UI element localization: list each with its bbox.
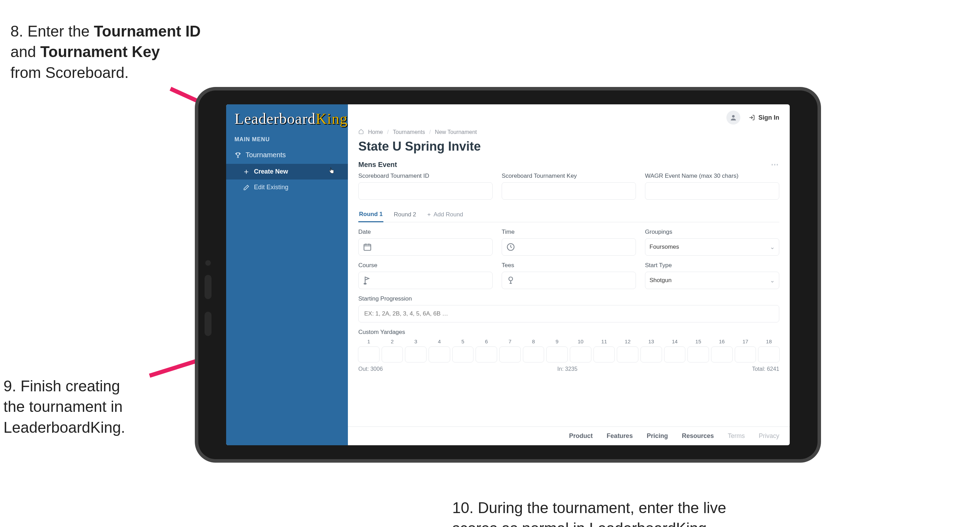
clock-icon (506, 242, 515, 252)
hole-number: 14 (672, 339, 678, 344)
hole-input[interactable] (523, 347, 544, 363)
hole-number: 8 (532, 339, 535, 344)
svg-point-2 (732, 115, 734, 118)
hole-column: 6 (476, 339, 497, 363)
hole-input[interactable] (617, 347, 638, 363)
holes-grid: 123456789101112131415161718 (358, 339, 779, 363)
select-groupings[interactable]: Foursomes ⌄ (645, 238, 779, 256)
sign-in-label: Sign In (758, 114, 779, 121)
text: scores as normal in LeaderboardKing. (452, 520, 711, 527)
annotation-step-8: 8. Enter the Tournament ID and Tournamen… (10, 21, 201, 83)
sidebar-item-create-new[interactable]: Create New (226, 164, 348, 180)
footer-resources[interactable]: Resources (682, 432, 714, 440)
input-time[interactable] (502, 238, 636, 256)
label-wagr: WAGR Event Name (max 30 chars) (645, 172, 779, 180)
hole-input[interactable] (687, 347, 709, 363)
breadcrumb-home[interactable]: Home (368, 129, 383, 135)
svg-point-6 (509, 277, 513, 281)
tablet-frame: LeaderboardKing MAIN MENU Tournaments (195, 87, 821, 463)
sidebar-item-label: Edit Existing (254, 184, 288, 191)
footer-pricing[interactable]: Pricing (647, 432, 668, 440)
hole-number: 6 (485, 339, 488, 344)
footer-privacy[interactable]: Privacy (759, 432, 779, 440)
tablet-camera (205, 260, 211, 266)
select-value: Shotgun (649, 277, 671, 284)
input-sb-id[interactable] (358, 182, 493, 200)
hole-input[interactable] (476, 347, 497, 363)
yardage-out: Out: 3006 (358, 366, 383, 372)
section-header: Mens Event ⋯ (358, 159, 779, 172)
hole-number: 3 (414, 339, 417, 344)
tab-add-round[interactable]: + Add Round (426, 208, 464, 221)
input-sb-key[interactable] (502, 182, 636, 200)
label-custom-yardages: Custom Yardages (358, 329, 779, 336)
annotation-step-9: 9. Finish creating the tournament in Lea… (3, 376, 125, 438)
breadcrumb-sep: / (387, 129, 388, 135)
hole-input[interactable] (640, 347, 662, 363)
input-course[interactable] (358, 272, 493, 289)
yardage-in: In: 3235 (557, 366, 578, 372)
label-start-type: Start Type (645, 262, 779, 269)
hole-input[interactable] (593, 347, 615, 363)
footer-terms[interactable]: Terms (728, 432, 745, 440)
footer-product[interactable]: Product (569, 432, 593, 440)
tab-round-2[interactable]: Round 2 (393, 208, 417, 221)
text: the tournament in (3, 398, 123, 415)
hole-column: 4 (429, 339, 450, 363)
hole-input[interactable] (570, 347, 592, 363)
hole-input[interactable] (452, 347, 474, 363)
hole-number: 5 (461, 339, 464, 344)
avatar[interactable] (726, 111, 740, 124)
input-tees[interactable] (502, 272, 636, 289)
breadcrumb: Home / Tournaments / New Tournament (348, 127, 790, 137)
hole-input[interactable] (382, 347, 403, 363)
kebab-menu-icon[interactable]: ⋯ (771, 160, 779, 169)
footer-features[interactable]: Features (607, 432, 633, 440)
sidebar-item-edit-existing[interactable]: Edit Existing (226, 180, 348, 195)
annotation-step-10: 10. During the tournament, enter the liv… (452, 497, 726, 527)
hole-input[interactable] (664, 347, 686, 363)
sidebar-item-tournaments[interactable]: Tournaments (226, 146, 348, 164)
hole-column: 12 (617, 339, 638, 363)
label-sb-key: Scoreboard Tournament Key (502, 172, 636, 180)
hole-input[interactable] (429, 347, 450, 363)
app-logo[interactable]: LeaderboardKing (226, 104, 348, 131)
yardage-totals: Out: 3006 In: 3235 Total: 6241 (358, 366, 779, 372)
hole-column: 13 (641, 339, 662, 363)
home-icon[interactable] (358, 129, 364, 136)
breadcrumb-tournaments[interactable]: Tournaments (393, 129, 425, 135)
input-wagr[interactable] (645, 182, 779, 200)
hole-input[interactable] (499, 347, 521, 363)
select-value: Foursomes (649, 244, 679, 250)
tablet-volume (205, 312, 212, 336)
label-date: Date (358, 229, 493, 236)
sidebar-item-label: Tournaments (246, 151, 286, 159)
hole-input[interactable] (546, 347, 568, 363)
hole-column: 17 (735, 339, 756, 363)
select-start-type[interactable]: Shotgun ⌄ (645, 272, 779, 289)
flag-icon (363, 276, 372, 285)
label-start-prog: Starting Progression (358, 295, 779, 302)
hole-input[interactable] (405, 347, 426, 363)
input-date[interactable] (358, 238, 493, 256)
hole-input[interactable] (358, 347, 380, 363)
svg-point-5 (364, 283, 366, 284)
hole-column: 10 (570, 339, 591, 363)
tab-label: Add Round (433, 211, 463, 218)
hole-number: 17 (742, 339, 748, 344)
hole-number: 1 (368, 339, 370, 344)
topbar: Sign In (348, 104, 790, 127)
tablet-bezel: LeaderboardKing MAIN MENU Tournaments (198, 91, 818, 459)
text: from Scoreboard. (10, 64, 129, 81)
hole-number: 7 (509, 339, 511, 344)
hole-input[interactable] (735, 347, 756, 363)
sidebar: LeaderboardKing MAIN MENU Tournaments (226, 104, 348, 445)
label-time: Time (502, 229, 636, 236)
hole-input[interactable] (711, 347, 733, 363)
sign-in-button[interactable]: Sign In (749, 114, 779, 121)
hole-input[interactable] (758, 347, 780, 363)
input-start-prog[interactable] (358, 305, 779, 322)
text: LeaderboardKing. (3, 419, 125, 436)
tab-round-1[interactable]: Round 1 (358, 207, 383, 222)
label-sb-id: Scoreboard Tournament ID (358, 172, 493, 180)
